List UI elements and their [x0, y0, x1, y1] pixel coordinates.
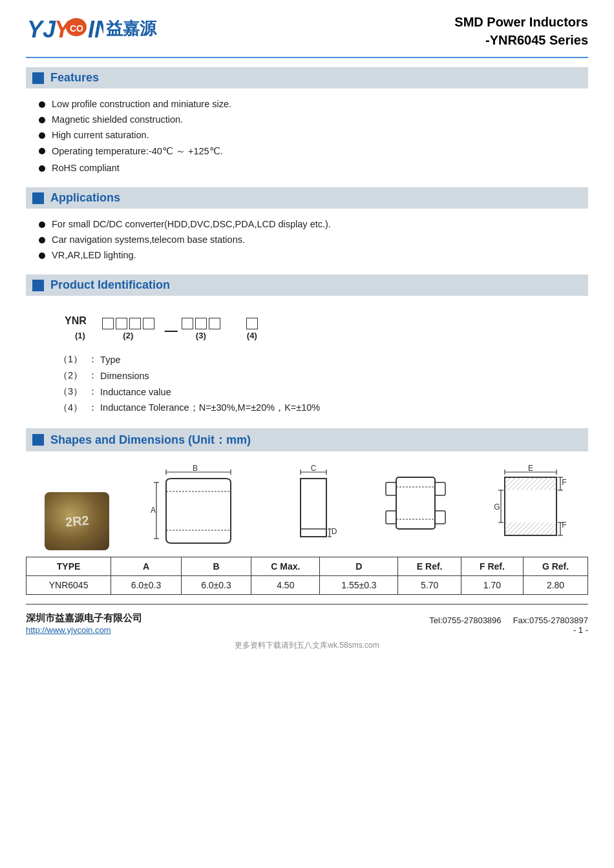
prod-id-group-1: YNR (1) — [65, 315, 96, 340]
prod-id-group-3: (3) — [182, 318, 220, 340]
company-name: 深圳市益嘉源电子有限公司 — [26, 612, 142, 625]
table-header-d: D — [320, 557, 398, 576]
page-footer: 深圳市益嘉源电子有限公司 http://www.yjycoin.com Tel:… — [26, 604, 588, 635]
table-cell-b: 6.0±0.3 — [181, 576, 251, 595]
features-section-title: Features — [50, 71, 99, 85]
prod-id-num-2: (2) — [123, 331, 133, 340]
table-header-b: B — [181, 557, 251, 576]
list-item: VR,AR,LED lighting. — [39, 250, 588, 260]
logo-icon: Y J Y CO IN 益嘉源 — [26, 13, 156, 44]
dimensions-table: TYPE A B C Max. D E Ref. F Ref. G Ref. Y… — [26, 557, 588, 595]
table-cell-gref: 2.80 — [524, 576, 588, 595]
pads-diagram-svg — [377, 464, 454, 548]
logo-cn-text: 益嘉源 — [106, 17, 156, 40]
prod-id-num-4: (4) — [247, 331, 257, 340]
prod-id-desc-1: （1） ： Type — [39, 353, 575, 366]
product-id-diagram: YNR (1) (2) — (3) (4) — [26, 302, 588, 347]
prod-id-num-1: (1) — [75, 331, 85, 340]
prod-id-boxes-4 — [246, 318, 258, 329]
svg-rect-26 — [396, 477, 435, 529]
tel-text: Tel:0755-27803896 — [429, 615, 501, 625]
list-item: Magnetic shielded construction. — [39, 114, 588, 125]
svg-text:IN: IN — [88, 16, 103, 43]
product-id-section-title: Product Identification — [50, 278, 170, 292]
svg-text:F: F — [562, 478, 566, 487]
table-row: YNR6045 6.0±0.3 6.0±0.3 4.50 1.55±0.3 5.… — [26, 576, 588, 595]
prod-id-desc-4: （4） ： Inductance Tolerance；N=±30%,M=±20%… — [39, 402, 575, 414]
table-cell-d: 1.55±0.3 — [320, 576, 398, 595]
features-section-header: Features — [26, 67, 588, 88]
product-id-section-header: Product Identification — [26, 274, 588, 296]
table-header-cmax: C Max. — [251, 557, 320, 576]
svg-text:CO: CO — [70, 23, 83, 34]
applications-section-title: Applications — [50, 191, 120, 205]
list-item: High current saturation. — [39, 130, 588, 140]
svg-rect-20 — [301, 479, 326, 537]
prod-id-desc-num-4: （4） — [58, 402, 83, 414]
contact-info: Tel:0755-27803896 Fax:0755-27803897 — [429, 615, 588, 625]
bullet-dot — [39, 222, 45, 228]
bullet-dot — [39, 237, 45, 243]
bullet-dot — [39, 132, 45, 139]
prod-id-box — [143, 318, 154, 329]
title-line2: -YNR6045 Series — [454, 31, 588, 49]
ab-diagram-svg: B A — [147, 464, 250, 548]
product-id-section-square — [32, 280, 44, 291]
prod-id-boxes-3 — [182, 318, 220, 329]
svg-text:B: B — [193, 464, 198, 473]
prod-id-desc-3: （3） ： Inductance value — [39, 386, 575, 398]
list-item: Operating temperature:-40℃ ～ +125℃. — [39, 145, 588, 158]
applications-section-square — [32, 192, 44, 204]
page-number: - 1 - — [429, 625, 588, 635]
prod-id-descriptions: （1） ： Type （2） ： Dimensions （3） ： Induct… — [26, 347, 588, 424]
list-item: For small DC/DC converter(HDD,DVC,DSC,PD… — [39, 219, 588, 229]
svg-rect-30 — [386, 511, 396, 524]
applications-section-header: Applications — [26, 187, 588, 209]
prod-id-ynr-label: YNR — [65, 315, 87, 329]
footer-left: 深圳市益嘉源电子有限公司 http://www.yjycoin.com — [26, 612, 142, 635]
svg-text:F: F — [562, 521, 566, 530]
table-header-a: A — [111, 557, 182, 576]
list-item: Car navigation systems,telecom base stat… — [39, 234, 588, 245]
cd-diagram-svg: C D — [288, 464, 339, 548]
diagram-ab: B A — [147, 464, 250, 550]
svg-rect-39 — [505, 477, 556, 490]
header-title: SMD Power Inductors -YNR6045 Series — [454, 13, 588, 49]
svg-text:Y: Y — [27, 16, 45, 43]
table-header-type: TYPE — [26, 557, 111, 576]
page-header: Y J Y CO IN 益嘉源 SMD Power Inductors -YNR… — [26, 13, 588, 58]
prod-id-group-4: (4) — [246, 318, 258, 340]
prod-id-desc-num-3: （3） — [58, 386, 83, 398]
diagram-cd: C D — [288, 464, 339, 550]
prod-id-box — [116, 318, 127, 329]
table-cell-type: YNR6045 — [26, 576, 111, 595]
prod-id-box — [209, 318, 220, 329]
svg-rect-31 — [435, 482, 445, 495]
prod-id-box — [195, 318, 207, 329]
prod-id-desc-2: （2） ： Dimensions — [39, 369, 575, 382]
inductor-photo — [45, 492, 109, 550]
table-header-gref: G Ref. — [524, 557, 588, 576]
efg-diagram-svg: E G F F — [492, 464, 569, 548]
svg-text:C: C — [311, 464, 317, 473]
svg-rect-29 — [386, 482, 396, 495]
svg-rect-40 — [505, 522, 556, 535]
prod-id-desc-num-1: （1） — [58, 353, 83, 366]
watermark-text: 更多资料下载请到五八文库wk.58sms.com — [26, 640, 588, 651]
svg-rect-32 — [435, 511, 445, 524]
svg-text:E: E — [528, 464, 533, 473]
website-link[interactable]: http://www.yjycoin.com — [26, 625, 111, 635]
list-item: RoHS compliant — [39, 163, 588, 173]
prod-id-box — [246, 318, 258, 329]
shapes-section-header: Shapes and Dimensions (Unit：mm) — [26, 428, 588, 451]
svg-text:G: G — [494, 502, 500, 512]
title-line1: SMD Power Inductors — [454, 13, 588, 31]
prod-id-box — [129, 318, 141, 329]
table-cell-eref: 5.70 — [398, 576, 461, 595]
table-cell-fref: 1.70 — [461, 576, 523, 595]
list-item: Low profile construction and miniature s… — [39, 99, 588, 109]
prod-id-box — [182, 318, 193, 329]
shapes-section-square — [32, 434, 44, 446]
prod-id-desc-num-2: （2） — [58, 369, 83, 382]
shapes-diagrams-row: B A C D — [26, 458, 588, 550]
